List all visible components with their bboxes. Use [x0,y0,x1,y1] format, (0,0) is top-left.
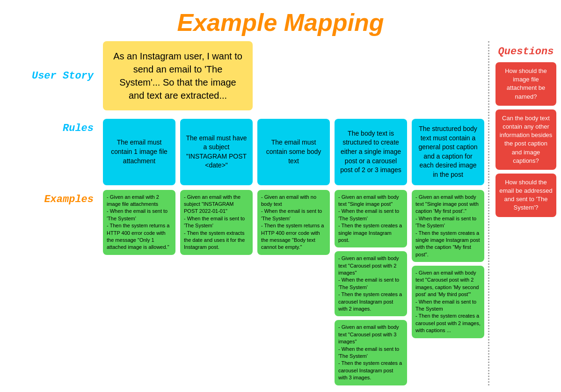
question-card-1: Can the body text contain any other info… [495,109,556,170]
rule-card-0: The email must contain 1 image file atta… [103,119,175,185]
example-card-1-0: - Given an email with the subject "INSTA… [180,190,253,255]
question-card-2: How should the email be addressed and se… [495,174,556,217]
examples-label: Examples [9,190,103,205]
example-col-1: - Given an email with the subject "INSTA… [180,190,253,385]
rule-card-1: The email must have a subject "INSTAGRAM… [180,119,253,185]
rule-card-3: The body text is structured to create ei… [335,119,407,185]
example-col-2: - Given an email with no body text - Whe… [257,190,330,385]
example-card-3-1: - Given an email with body text "Carouse… [335,251,407,316]
user-story-card: As an Instagram user, I want to send an … [103,41,253,110]
page-title: Example Mapping [0,0,561,41]
question-card-0: How should the image file attachment be … [495,62,556,106]
divider [488,41,489,385]
questions-panel: Questions How should the image file atta… [493,41,556,385]
rules-cards: The email must contain 1 image file atta… [103,119,484,185]
example-card-3-0: - Given an email with body text "Single … [335,190,407,248]
example-card-4-1: - Given an email with body text "Carouse… [412,266,484,338]
example-col-3: - Given an email with body text "Single … [335,190,407,385]
rules-label: Rules [9,119,103,134]
questions-label: Questions [495,46,556,58]
example-card-2-0: - Given an email with no body text - Whe… [257,190,330,255]
examples-columns: - Given an email with 2 image file attac… [103,190,484,385]
example-card-4-0: - Given an email with body text "Single … [412,190,484,262]
example-card-0-0: - Given an email with 2 image file attac… [103,190,175,255]
rule-card-2: The email must contain some body text [257,119,330,185]
example-col-4: - Given an email with body text "Single … [412,190,484,385]
example-card-3-2: - Given an email with body text "Carouse… [335,320,407,385]
rule-card-4: The structured body text must contain a … [412,119,484,185]
example-col-0: - Given an email with 2 image file attac… [103,190,175,385]
user-story-label: User Story [9,70,103,82]
